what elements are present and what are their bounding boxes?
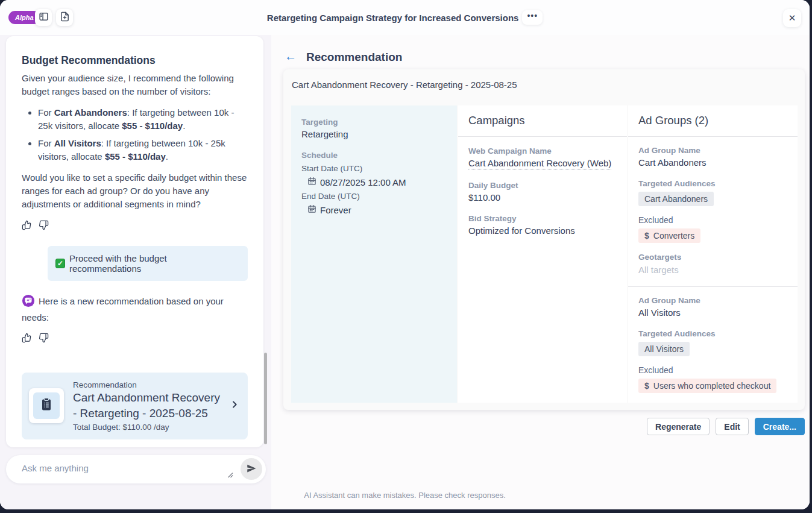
web-campaign-name-label: Web Campaign Name — [468, 146, 617, 156]
end-date-value: Forever — [320, 205, 351, 215]
chevron-right-icon — [230, 400, 239, 412]
calendar-icon — [307, 204, 316, 215]
ad-groups-heading: Ad Groups (2) — [628, 105, 798, 137]
start-date-label: Start Date (UTC) — [301, 164, 447, 173]
assistant-sparkle-chat-icon — [22, 294, 35, 311]
targeted-audiences-label: Targeted Audiences — [638, 179, 787, 188]
recommendation-card-budget: Total Budget: $110.00 /day — [73, 423, 221, 432]
audience-pill: All Visitors — [638, 342, 690, 356]
excluded-label: Excluded — [638, 215, 787, 225]
feedback-row — [22, 220, 248, 232]
targeting-column: Targeting Retargeting Schedule Start Dat… — [291, 105, 457, 403]
chat-message-area: Budget Recommendations Given your audien… — [6, 36, 263, 447]
targeting-label: Targeting — [301, 118, 447, 127]
assistant-message-intro: Given your audience size, I recommend th… — [22, 72, 248, 98]
edit-button[interactable]: Edit — [716, 418, 748, 435]
ad-groups-column: Ad Groups (2) Ad Group Name Cart Abandon… — [628, 105, 798, 403]
disclaimer-text: AI Assistant can make mistakes. Please c… — [0, 491, 810, 500]
detail-card-title: Cart Abandonment Recovery - Retargeting … — [292, 80, 517, 90]
assistant-message-2: Here is a new recommendation based on yo… — [22, 294, 248, 324]
clipboard-icon — [39, 397, 54, 414]
user-message-bubble: ✓ Proceed with the budget recommendation… — [48, 246, 248, 281]
detail-actions: Regenerate Edit Create... — [647, 418, 805, 435]
start-date-row: 08/27/2025 12:00 AM — [307, 177, 447, 187]
app-window: Alpha Retargeting Campaign Strategy for … — [0, 0, 810, 509]
recommendation-detail-card: Cart Abandonment Recovery - Retargeting … — [283, 69, 805, 410]
budget-bullet-list: For Cart Abandoners: If targeting betwee… — [22, 106, 248, 163]
ad-group-item: Ad Group Name All Visitors Targeted Audi… — [628, 287, 798, 403]
geotargets-value: All targets — [638, 265, 787, 275]
thumbs-down-button[interactable] — [39, 333, 49, 345]
send-icon — [246, 463, 257, 476]
end-date-label: End Date (UTC) — [301, 192, 447, 201]
budget-bullet: For Cart Abandoners: If targeting betwee… — [38, 106, 248, 133]
recommendation-detail-panel: ← Recommendation Cart Abandonment Recove… — [271, 35, 810, 509]
recommendation-summary-card[interactable]: Recommendation Cart Abandonment Recovery… — [22, 373, 248, 439]
thumbs-down-icon — [39, 220, 49, 232]
excluded-pill: $Users who completed checkout — [638, 379, 776, 393]
green-check-icon: ✓ — [55, 259, 65, 268]
end-date-row: Forever — [307, 204, 447, 215]
feedback-row — [22, 333, 248, 345]
ad-group-name-value: Cart Abandoners — [638, 157, 787, 168]
geotargets-label: Geotargets — [638, 253, 787, 262]
chat-input-container — [6, 455, 266, 483]
thumbs-up-button[interactable] — [22, 220, 32, 232]
assistant-message-question: Would you like to set a specific daily b… — [22, 171, 248, 211]
chat-panel: Budget Recommendations Given your audien… — [0, 35, 271, 509]
thumbs-up-button[interactable] — [22, 333, 32, 345]
chat-scrollbar-thumb[interactable] — [264, 353, 267, 444]
assistant-message-2-text: Here is a new recommendation based on yo… — [22, 296, 224, 323]
detail-heading: Recommendation — [306, 51, 402, 64]
excluded-label: Excluded — [638, 365, 787, 375]
thumbs-down-button[interactable] — [39, 220, 49, 232]
targeted-audiences-label: Targeted Audiences — [638, 329, 787, 338]
dollar-icon: $ — [644, 231, 649, 241]
thumbs-up-icon — [22, 220, 32, 232]
targeting-value: Retargeting — [301, 129, 447, 139]
start-date-value: 08/27/2025 12:00 AM — [320, 177, 406, 187]
ad-group-item: Ad Group Name Cart Abandoners Targeted A… — [628, 137, 798, 287]
dollar-icon: $ — [644, 381, 649, 391]
more-options-button[interactable]: ••• — [522, 10, 543, 25]
thumbs-down-icon — [39, 333, 49, 345]
recommendation-card-label: Recommendation — [73, 380, 221, 389]
close-button[interactable]: ✕ — [783, 9, 801, 27]
assistant-message-heading: Budget Recommendations — [22, 54, 248, 67]
ad-group-name-value: All Visitors — [638, 307, 787, 318]
send-button[interactable] — [241, 458, 262, 480]
back-button[interactable]: ← — [285, 49, 297, 63]
file-plus-icon — [60, 11, 70, 24]
create-button[interactable]: Create... — [755, 418, 805, 435]
bid-strategy-label: Bid Strategy — [468, 214, 617, 223]
new-document-button[interactable] — [56, 9, 73, 26]
conversation-title: Retargeting Campaign Strategy for Increa… — [267, 13, 519, 23]
thumbs-up-icon — [22, 333, 32, 345]
daily-budget-value: $110.00 — [468, 192, 617, 203]
daily-budget-label: Daily Budget — [468, 181, 617, 190]
ad-group-name-label: Ad Group Name — [638, 146, 787, 155]
campaigns-column: Campaigns Web Campaign Name Cart Abandon… — [458, 105, 627, 403]
schedule-label: Schedule — [301, 151, 447, 160]
ad-group-name-label: Ad Group Name — [638, 296, 787, 305]
calendar-icon — [307, 177, 316, 187]
resize-grip-icon[interactable] — [227, 470, 233, 480]
budget-bullet: For All Visitors: If targeting between 1… — [38, 137, 248, 163]
web-campaign-name-value[interactable]: Cart Abandonment Recovery (Web) — [468, 158, 611, 169]
excluded-pill: $Converters — [638, 228, 700, 243]
toggle-sidebar-button[interactable] — [35, 9, 52, 26]
audience-pill: Cart Abandoners — [638, 192, 714, 206]
topbar: Alpha Retargeting Campaign Strategy for … — [0, 0, 810, 35]
sidebar-layout-icon — [39, 11, 49, 24]
bid-strategy-value: Optimized for Conversions — [468, 225, 617, 236]
campaigns-heading: Campaigns — [458, 105, 627, 137]
regenerate-button[interactable]: Regenerate — [647, 418, 710, 435]
recommendation-icon-box — [29, 388, 64, 423]
user-message-text: Proceed with the budget recommendations — [69, 253, 240, 274]
recommendation-card-title: Cart Abandonment Recovery - Retargeting … — [73, 390, 221, 421]
chat-input[interactable] — [22, 463, 221, 477]
